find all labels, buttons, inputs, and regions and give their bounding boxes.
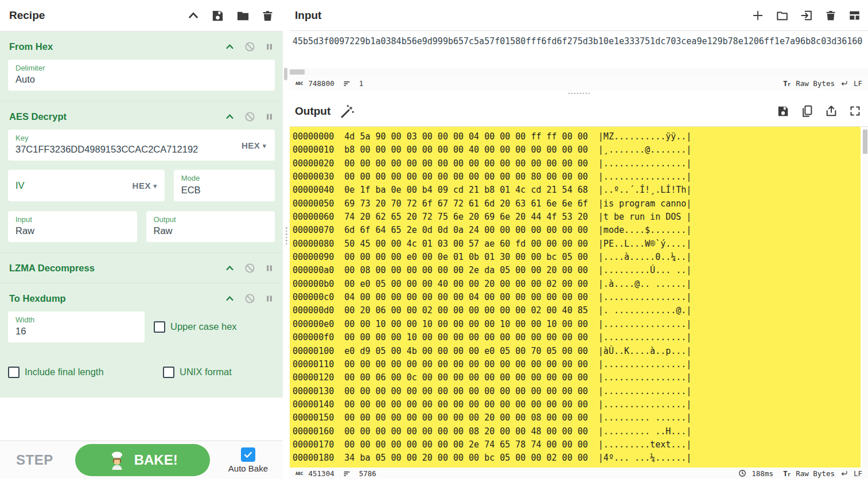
aes-iv-field[interactable]: IV HEX ▾ bbox=[8, 170, 165, 201]
step-button[interactable]: STEP bbox=[16, 452, 53, 468]
upper-case-hex-checkbox[interactable] bbox=[154, 321, 165, 333]
auto-bake-checkbox[interactable] bbox=[241, 447, 255, 462]
output-vscrollbar[interactable] bbox=[862, 127, 868, 468]
character-encoding-icon: Tr bbox=[783, 79, 791, 88]
char-count-icon: ABC bbox=[295, 81, 303, 86]
collapse-op-icon[interactable] bbox=[225, 112, 235, 122]
aes-input-label: Input bbox=[15, 215, 130, 224]
open-file-as-input-icon[interactable] bbox=[800, 9, 813, 22]
unix-format-option[interactable]: UNIX format bbox=[163, 367, 232, 378]
op-title: LZMA Decompress bbox=[9, 263, 225, 274]
collapse-op-icon[interactable] bbox=[225, 294, 235, 303]
upper-case-hex-option[interactable]: Upper case hex bbox=[154, 321, 237, 333]
breakpoint-pause-icon[interactable] bbox=[265, 294, 274, 303]
unix-format-label: UNIX format bbox=[180, 367, 232, 377]
copy-output-icon[interactable] bbox=[801, 104, 813, 118]
key-format-dropdown[interactable]: HEX ▾ bbox=[242, 141, 266, 150]
clear-io-trash-icon[interactable] bbox=[825, 9, 836, 22]
load-recipe-folder-icon[interactable] bbox=[236, 9, 250, 22]
op-from-hex[interactable]: From Hex Delimiter Auto bbox=[0, 32, 283, 102]
eol-return-icon bbox=[840, 80, 848, 87]
chevron-down-icon: ▾ bbox=[154, 182, 157, 189]
save-output-icon[interactable] bbox=[777, 105, 789, 118]
char-count-icon: ABC bbox=[295, 471, 303, 476]
output-eol[interactable]: LF bbox=[854, 469, 862, 478]
op-title: AES Decrypt bbox=[9, 111, 225, 122]
aes-key-field[interactable]: Key 37C1FF3236DD4989153CCAC2CA712192 HEX… bbox=[8, 130, 275, 161]
auto-bake-control[interactable]: Auto Bake bbox=[228, 447, 268, 473]
aes-input-value: Raw bbox=[15, 224, 130, 238]
add-input-tab-icon[interactable] bbox=[752, 9, 764, 22]
include-final-length-checkbox[interactable] bbox=[8, 367, 20, 378]
hexdump-row: 000000b0 00 e0 05 00 00 00 40 00 00 20 0… bbox=[293, 278, 861, 291]
hexdump-row: 00000050 69 73 20 70 72 6f 67 72 61 6d 2… bbox=[293, 197, 861, 211]
maximize-output-icon[interactable] bbox=[849, 105, 861, 117]
save-recipe-icon[interactable] bbox=[211, 9, 224, 22]
hexdump-row: 00000070 6d 6f 64 65 2e 0d 0d 0a 24 00 0… bbox=[293, 224, 861, 237]
output-pane-title: Output bbox=[295, 105, 330, 118]
disable-op-icon[interactable] bbox=[244, 263, 255, 274]
output-char-count: 451304 bbox=[309, 469, 334, 478]
splitter-grip-dots bbox=[286, 227, 287, 244]
upper-case-hex-label: Upper case hex bbox=[170, 321, 237, 332]
clear-recipe-trash-icon[interactable] bbox=[262, 9, 274, 22]
hexdump-row: 000000a0 00 08 00 00 00 00 00 00 2e da 0… bbox=[293, 264, 861, 277]
recipe-pane: Recipe From Hex bbox=[0, 0, 283, 479]
breakpoint-pause-icon[interactable] bbox=[265, 42, 274, 52]
input-hscrollbar[interactable] bbox=[290, 68, 868, 76]
input-eol[interactable]: LF bbox=[854, 79, 862, 88]
recipe-scrollbar-thumb[interactable] bbox=[284, 68, 287, 80]
hexdump-width-field[interactable]: Width 16 bbox=[8, 311, 145, 342]
disable-op-icon[interactable] bbox=[244, 111, 255, 122]
collapse-op-icon[interactable] bbox=[225, 42, 235, 52]
hexdump-row: 00000060 74 20 62 65 20 72 75 6e 20 69 6… bbox=[293, 211, 861, 224]
collapse-recipe-icon[interactable] bbox=[187, 9, 200, 22]
bake-time: 188ms bbox=[752, 469, 773, 478]
aes-input-format-field[interactable]: Input Raw bbox=[8, 211, 137, 242]
input-output-splitter[interactable] bbox=[290, 91, 868, 96]
iv-format-dropdown[interactable]: HEX ▾ bbox=[133, 181, 157, 190]
bake-time-clock-icon bbox=[738, 469, 746, 477]
delimiter-field[interactable]: Delimiter Auto bbox=[8, 60, 275, 91]
collapse-op-icon[interactable] bbox=[225, 263, 235, 273]
recipe-pane-title: Recipe bbox=[9, 9, 187, 22]
line-count-icon bbox=[343, 80, 351, 87]
disable-op-icon[interactable] bbox=[244, 293, 255, 304]
unix-format-checkbox[interactable] bbox=[163, 367, 174, 378]
aes-output-value: Raw bbox=[154, 224, 268, 238]
aes-mode-field[interactable]: Mode ECB bbox=[174, 170, 275, 201]
aes-output-format-field[interactable]: Output Raw bbox=[146, 211, 275, 242]
replace-input-with-output-icon[interactable] bbox=[825, 105, 838, 118]
include-final-length-label: Include final length bbox=[25, 367, 104, 377]
breakpoint-pause-icon[interactable] bbox=[265, 112, 274, 122]
hexdump-row: 00000030 00 00 00 00 00 00 00 00 00 00 0… bbox=[293, 170, 861, 184]
reset-layout-icon[interactable] bbox=[848, 9, 861, 22]
input-pane-title: Input bbox=[295, 9, 321, 22]
hexdump-row: 00000100 e0 d9 05 00 4b 00 00 00 00 e0 0… bbox=[293, 345, 861, 358]
hexdump-width-label: Width bbox=[15, 316, 137, 325]
input-textarea[interactable]: 45b5d3f0097229b1a0384b56e9d999b657c5a57f… bbox=[290, 31, 868, 68]
op-title: To Hexdump bbox=[9, 293, 225, 304]
output-encoding[interactable]: Raw Bytes bbox=[796, 469, 835, 478]
input-status-bar: ABC 748800 1 Tr Raw Bytes LF bbox=[290, 76, 868, 91]
hexdump-row: 00000080 50 45 00 00 4c 01 03 00 57 ae 6… bbox=[293, 237, 861, 251]
input-header: Input bbox=[290, 0, 868, 31]
input-encoding[interactable]: Raw Bytes bbox=[796, 79, 835, 88]
input-hscrollbar-thumb[interactable] bbox=[290, 69, 305, 75]
hexdump-width-value: 16 bbox=[15, 325, 137, 338]
hexdump-row: 00000020 00 00 00 00 00 00 00 00 00 00 0… bbox=[293, 157, 861, 170]
magic-wand-icon[interactable] bbox=[340, 104, 355, 119]
output-vscrollbar-thumb[interactable] bbox=[863, 130, 867, 154]
op-lzma-decompress[interactable]: LZMA Decompress bbox=[0, 253, 283, 283]
op-to-hexdump[interactable]: To Hexdump Width 16 bbox=[0, 283, 283, 398]
recipe-io-splitter[interactable] bbox=[283, 0, 290, 479]
op-aes-decrypt[interactable]: AES Decrypt Key 37C1FF3236DD4989153CCAC2… bbox=[0, 102, 283, 253]
disable-op-icon[interactable] bbox=[244, 41, 255, 52]
hexdump-row: 00000140 00 00 00 00 00 00 00 00 00 00 0… bbox=[293, 398, 861, 411]
breakpoint-pause-icon[interactable] bbox=[265, 263, 274, 273]
include-final-length-option[interactable]: Include final length bbox=[8, 367, 154, 378]
hexdump-row: 000000c0 04 00 00 00 00 00 00 00 04 00 0… bbox=[293, 291, 861, 304]
bake-button[interactable]: BAKE! bbox=[75, 444, 210, 476]
open-folder-icon[interactable] bbox=[776, 9, 789, 22]
hexdump-rows[interactable]: 00000000 4d 5a 90 00 03 00 00 00 04 00 0… bbox=[290, 127, 861, 468]
